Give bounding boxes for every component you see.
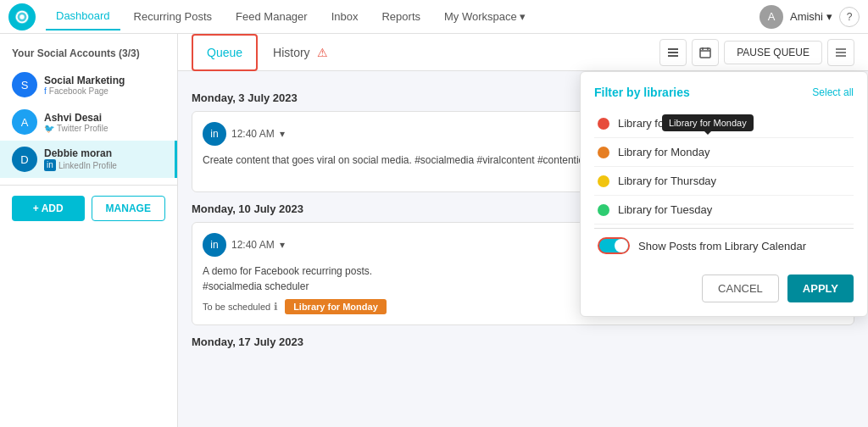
nav-inbox[interactable]: Inbox [321, 3, 369, 30]
main-layout: Your Social Accounts (3/3) S Social Mark… [0, 34, 868, 427]
library-dot-friday [598, 118, 609, 130]
nav-recurring-posts[interactable]: Recurring Posts [124, 3, 222, 30]
avatar: S [12, 72, 37, 97]
library-badge: Library for Monday [285, 299, 387, 314]
pause-queue-button[interactable]: PAUSE QUEUE [724, 41, 822, 64]
tab-actions: PAUSE QUEUE [659, 39, 854, 66]
fb-icon: f [44, 86, 47, 96]
sidebar: Your Social Accounts (3/3) S Social Mark… [0, 34, 178, 427]
toggle-label: Show Posts from Library Calendar [638, 240, 806, 252]
toggle-row: Show Posts from Library Calendar [594, 228, 854, 263]
linkedin-avatar-2: in [203, 233, 226, 257]
time-dropdown-icon-2[interactable]: ▾ [280, 239, 285, 251]
nav-reports[interactable]: Reports [371, 3, 431, 30]
library-dot-thursday [598, 175, 609, 187]
library-calendar-toggle[interactable] [598, 237, 630, 254]
tabs-bar: Queue History ⚠ PAUSE QUEUE [178, 34, 868, 71]
library-dot-tuesday [598, 204, 609, 216]
filter-actions: CANCEL APPLY [594, 274, 854, 302]
account-info: Ashvi Desai 🐦 Twitter Profile [44, 112, 108, 133]
tab-history[interactable]: History ⚠ [258, 34, 342, 71]
user-menu[interactable]: Amishi ▾ [790, 10, 832, 23]
account-type: 🐦 Twitter Profile [44, 124, 108, 133]
cancel-button[interactable]: CANCEL [702, 274, 779, 302]
account-social-marketing[interactable]: S Social Marketing f Facebook Page [0, 66, 177, 103]
tab-queue[interactable]: Queue [192, 34, 258, 71]
calendar-view-button[interactable] [692, 39, 719, 66]
post-time-2: 12:40 AM [231, 239, 275, 251]
linkedin-avatar: in [203, 122, 226, 146]
library-monday-tooltip: Library for Monday [662, 114, 754, 131]
filter-header: Filter by libraries Select all [594, 86, 854, 99]
toggle-knob [615, 239, 628, 252]
svg-rect-3 [668, 52, 678, 53]
twitter-icon: 🐦 [44, 124, 54, 133]
add-button[interactable]: + ADD [12, 196, 85, 221]
library-label-monday: Library for Monday [618, 146, 709, 158]
library-label-tuesday: Library for Tuesday [618, 203, 712, 216]
svg-rect-5 [700, 48, 710, 58]
filter-dropdown: Filter by libraries Select all Library f… [580, 71, 868, 317]
status-label: To be scheduled ℹ [203, 301, 278, 313]
account-info: Debbie moran in LinkedIn Profile [44, 147, 117, 171]
sidebar-title: Your Social Accounts (3/3) [0, 44, 177, 66]
apply-button[interactable]: APPLY [787, 274, 854, 302]
account-type: in LinkedIn Profile [44, 159, 117, 171]
svg-rect-2 [668, 48, 678, 50]
account-name: Ashvi Desai [44, 112, 108, 124]
linkedin-icon: in [44, 159, 56, 171]
content-area: Queue History ⚠ PAUSE QUEUE Mon [178, 34, 868, 427]
list-view-button[interactable] [659, 39, 687, 66]
svg-rect-4 [668, 55, 678, 57]
svg-point-1 [19, 14, 24, 19]
filter-library-tuesday[interactable]: Library for Tuesday [594, 196, 854, 225]
post-time-1: 12:40 AM [231, 128, 275, 140]
avatar: A [12, 109, 37, 135]
library-dot-monday [598, 147, 609, 158]
history-warning-icon: ⚠ [317, 46, 328, 59]
select-all-button[interactable]: Select all [812, 86, 854, 98]
account-ashvi-desai[interactable]: A Ashvi Desai 🐦 Twitter Profile [0, 103, 177, 141]
time-dropdown-icon[interactable]: ▾ [280, 128, 285, 140]
avatar: A [760, 5, 783, 29]
filter-title: Filter by libraries [594, 86, 690, 99]
manage-button[interactable]: MANAGE [92, 196, 166, 221]
filter-library-monday[interactable]: Library for Monday Library for Monday [594, 138, 854, 167]
library-label-thursday: Library for Thursday [618, 175, 716, 187]
top-navigation: Dashboard Recurring Posts Feed Manager I… [0, 0, 868, 34]
app-logo [8, 3, 36, 30]
more-options-button[interactable] [827, 39, 854, 66]
account-name: Social Marketing [44, 75, 125, 86]
date-header-3: Monday, 17 July 2023 [192, 336, 854, 348]
sidebar-actions: + ADD MANAGE [0, 185, 177, 231]
nav-right-section: A Amishi ▾ ? [760, 5, 860, 29]
help-button[interactable]: ? [839, 7, 860, 27]
avatar: D [12, 147, 37, 172]
account-type: f Facebook Page [44, 86, 125, 96]
nav-feed-manager[interactable]: Feed Manager [225, 3, 318, 30]
nav-my-workspace[interactable]: My Workspace ▾ [434, 3, 536, 30]
account-info: Social Marketing f Facebook Page [44, 75, 125, 96]
info-icon: ℹ [274, 301, 278, 313]
account-debbie-moran[interactable]: D Debbie moran in LinkedIn Profile [0, 141, 177, 178]
nav-dashboard[interactable]: Dashboard [46, 3, 120, 30]
account-name: Debbie moran [44, 147, 117, 159]
filter-library-thursday[interactable]: Library for Thursday [594, 167, 854, 196]
